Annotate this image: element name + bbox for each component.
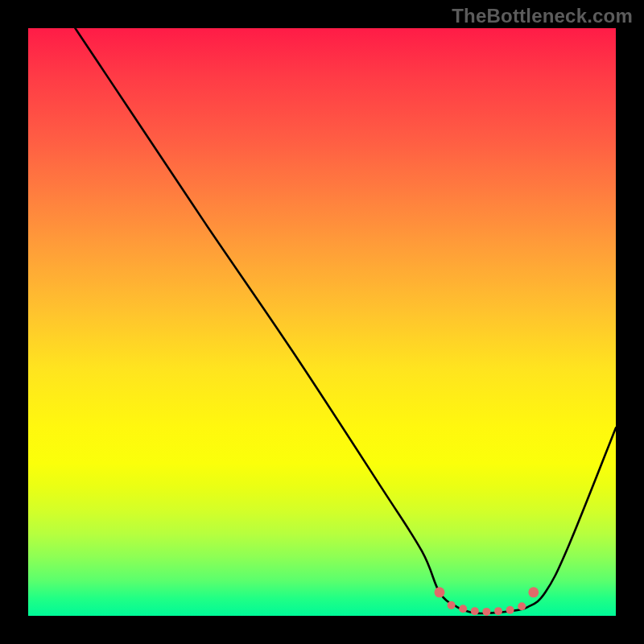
marker-dot	[435, 587, 445, 597]
marker-dot	[528, 587, 539, 597]
watermark-text: TheBottleneck.com	[452, 5, 633, 27]
chart-frame: TheBottleneck.com	[0, 0, 644, 644]
marker-dot	[448, 601, 456, 609]
marker-dot	[459, 605, 467, 613]
marker-dot	[518, 602, 526, 610]
marker-dot	[506, 606, 514, 614]
marker-dot	[471, 607, 479, 615]
chart-svg	[28, 28, 616, 616]
bottleneck-curve-line	[75, 28, 616, 613]
marker-dots-group	[435, 587, 539, 616]
marker-dot	[482, 608, 490, 616]
marker-dot	[494, 607, 502, 615]
plot-area	[28, 28, 616, 616]
